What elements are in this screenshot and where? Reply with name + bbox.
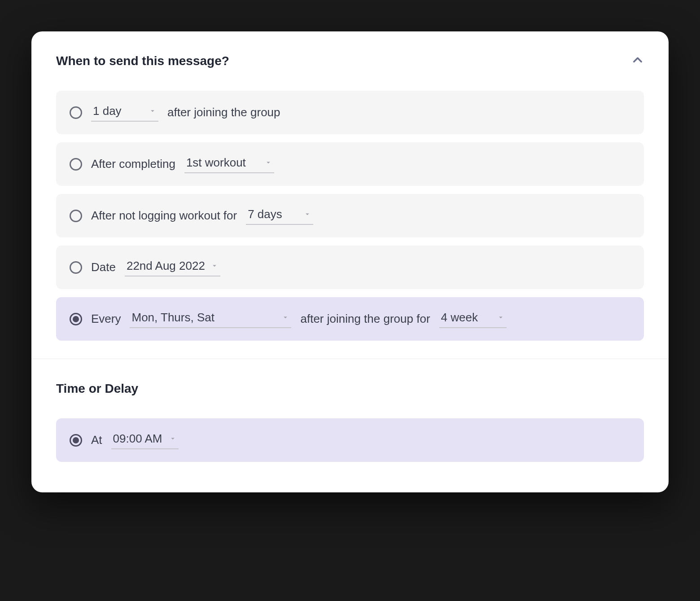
radio-date[interactable]	[70, 261, 82, 274]
select-workout-number[interactable]: 1st workout	[184, 155, 274, 173]
caret-down-icon	[264, 156, 272, 170]
option-not-logging[interactable]: After not logging workout for 7 days	[56, 194, 644, 237]
select-date[interactable]: 22nd Aug 2022	[125, 258, 220, 276]
caret-down-icon	[281, 311, 289, 325]
chevron-up-icon[interactable]	[631, 54, 644, 68]
select-value: 22nd Aug 2022	[127, 259, 205, 273]
radio-not-logging[interactable]	[70, 210, 82, 222]
select-value: 7 days	[248, 207, 282, 221]
section-divider	[31, 359, 669, 359]
select-every-duration[interactable]: 4 week	[439, 310, 507, 328]
label-after-joining: after joining the group	[167, 105, 280, 119]
radio-time-at[interactable]	[70, 434, 82, 447]
radio-after-joining[interactable]	[70, 106, 82, 119]
section-title-when: When to send this message?	[56, 54, 229, 68]
option-date[interactable]: Date 22nd Aug 2022	[56, 246, 644, 289]
radio-every[interactable]	[70, 313, 82, 325]
select-days[interactable]: Mon, Thurs, Sat	[130, 310, 291, 328]
settings-card: When to send this message? 1 day after j…	[31, 31, 669, 492]
caret-down-icon	[497, 311, 505, 325]
label-after-completing: After completing	[91, 157, 175, 171]
caret-down-icon	[149, 104, 157, 118]
section-title-time: Time or Delay	[56, 382, 644, 396]
caret-down-icon	[210, 259, 219, 273]
select-value: 09:00 AM	[113, 432, 162, 446]
select-value: 1st workout	[186, 156, 246, 170]
option-every[interactable]: Every Mon, Thurs, Sat after joining the …	[56, 297, 644, 341]
caret-down-icon	[169, 432, 177, 446]
option-after-joining[interactable]: 1 day after joining the group	[56, 91, 644, 134]
label-every-mid: after joining the group for	[300, 312, 430, 326]
label-time-at: At	[91, 433, 102, 447]
option-time-at[interactable]: At 09:00 AM	[56, 418, 644, 462]
option-after-completing[interactable]: After completing 1st workout	[56, 142, 644, 186]
select-value: Mon, Thurs, Sat	[131, 311, 214, 325]
select-inactivity-duration[interactable]: 7 days	[246, 206, 313, 225]
label-every: Every	[91, 312, 121, 326]
select-value: 4 week	[441, 311, 478, 325]
caret-down-icon	[303, 207, 311, 221]
select-value: 1 day	[93, 104, 122, 118]
radio-after-completing[interactable]	[70, 158, 82, 171]
section-header-when: When to send this message?	[56, 54, 644, 68]
select-time[interactable]: 09:00 AM	[111, 431, 179, 449]
select-join-duration[interactable]: 1 day	[91, 103, 158, 122]
label-date: Date	[91, 260, 116, 274]
label-not-logging: After not logging workout for	[91, 209, 237, 223]
